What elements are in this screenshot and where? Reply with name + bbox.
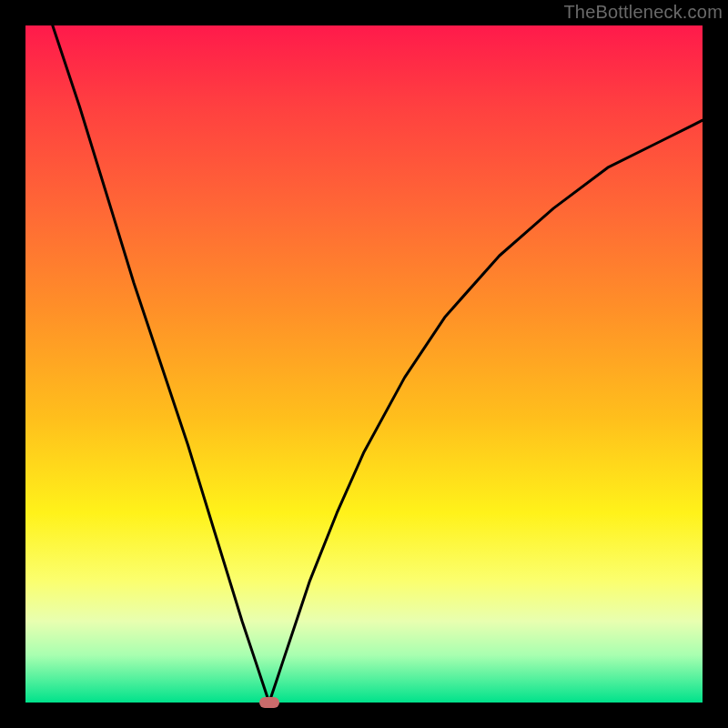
watermark-text: TheBottleneck.com	[563, 2, 723, 23]
curve-path	[53, 25, 703, 703]
chart-frame: TheBottleneck.com	[0, 0, 728, 728]
bottleneck-curve	[25, 25, 703, 703]
plot-area	[25, 25, 703, 703]
min-marker	[259, 697, 279, 708]
